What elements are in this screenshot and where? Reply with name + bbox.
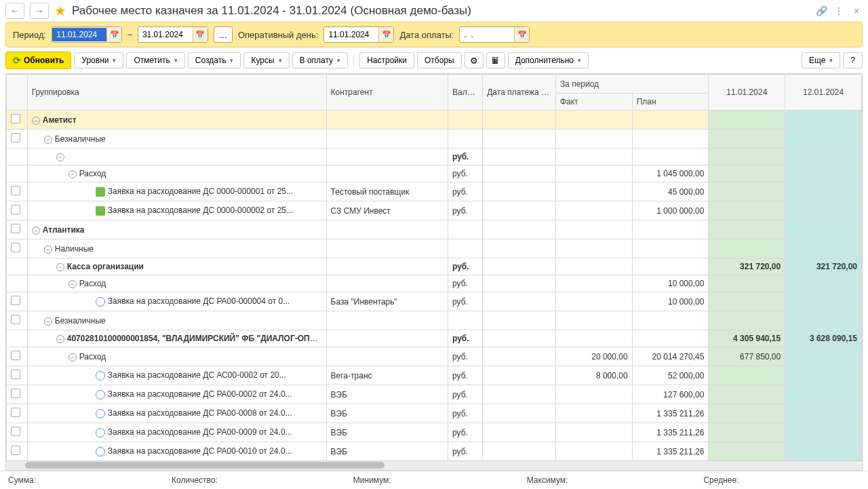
table-row[interactable]: Заявка на расходование ДС РА00-0010 от 2… [7, 442, 862, 461]
row-checkbox[interactable] [11, 370, 20, 379]
table-row[interactable]: −Атлантика [7, 220, 862, 239]
calendar-icon[interactable]: 📅 [514, 27, 529, 42]
table-row[interactable]: −Безналичные [7, 130, 862, 149]
horizontal-scrollbar[interactable] [5, 461, 863, 471]
still-button[interactable]: Еще [802, 52, 840, 69]
col-fact[interactable]: Факт [555, 94, 632, 111]
table-row[interactable]: −Наличные [7, 239, 862, 258]
tree-toggle-icon[interactable]: − [56, 153, 64, 161]
favorite-icon[interactable]: ★ [54, 3, 66, 19]
row-checkbox[interactable] [11, 186, 20, 195]
cell-date1 [709, 165, 785, 182]
row-checkbox[interactable] [11, 133, 20, 142]
tree-toggle-icon[interactable]: − [32, 117, 40, 125]
cell-plan [632, 330, 709, 347]
col-checkbox[interactable] [7, 75, 28, 111]
tree-toggle-icon[interactable]: − [44, 136, 52, 144]
period-select-button[interactable]: ... [214, 26, 233, 43]
refresh-button[interactable]: ⟳Обновить [5, 52, 71, 69]
cell-agent: ВЭБ [326, 404, 448, 423]
row-checkbox[interactable] [11, 389, 20, 398]
cell-date2 [785, 239, 862, 258]
table-row[interactable]: Заявка на расходование ДС РА00-0008 от 2… [7, 404, 862, 423]
help-button[interactable]: ? [843, 52, 863, 69]
menu-icon[interactable]: ⋮ [833, 5, 845, 17]
cell-date1 [709, 311, 785, 330]
row-checkbox[interactable] [11, 224, 20, 233]
table-row[interactable]: Заявка на расходование ДС АС00-0002 от 2… [7, 366, 862, 385]
row-checkbox[interactable] [11, 243, 20, 252]
tree-toggle-icon[interactable]: − [56, 335, 64, 343]
link-icon[interactable]: 🔗 [815, 5, 827, 17]
rates-button[interactable]: Курсы [243, 52, 289, 69]
col-plan[interactable]: План [632, 94, 709, 111]
table-row[interactable]: Заявка на расходование ДС 0000-000002 от… [7, 201, 862, 220]
data-grid[interactable]: Группировка Контрагент Валюта Дата плате… [5, 73, 863, 461]
table-row[interactable]: −руб. [7, 149, 862, 165]
period-from-input[interactable] [52, 28, 106, 41]
tree-toggle-icon[interactable]: − [68, 170, 77, 178]
period-from-field[interactable]: 📅 [52, 26, 122, 43]
col-group[interactable]: Группировка [27, 75, 326, 111]
table-row[interactable]: −Расходруб.10 000,00 [7, 275, 862, 292]
settings-button[interactable]: Настройки [359, 52, 414, 69]
row-checkbox[interactable] [11, 408, 20, 417]
period-to-input[interactable] [138, 28, 193, 41]
operday-field[interactable]: 📅 [323, 26, 394, 43]
config-icon-button[interactable]: ⚙ [465, 52, 484, 69]
tree-toggle-icon[interactable]: − [44, 317, 52, 326]
table-row[interactable]: Заявка на расходование ДС 0000-000001 от… [7, 182, 862, 201]
table-row[interactable]: −Безналичные [7, 311, 862, 330]
cell-currency [448, 311, 482, 330]
row-checkbox[interactable] [11, 296, 20, 305]
tree-toggle-icon[interactable]: − [56, 263, 64, 271]
cell-currency: руб. [448, 423, 482, 442]
calc-icon-button[interactable]: 🖩 [486, 52, 505, 69]
table-row[interactable]: −Расходруб.1 045 000,00 [7, 165, 862, 182]
create-button[interactable]: Создать [188, 52, 241, 69]
calendar-icon[interactable]: 📅 [193, 27, 208, 42]
row-checkbox[interactable] [11, 427, 20, 436]
table-row[interactable]: Заявка на расходование ДС РА00-0002 от 2… [7, 385, 862, 404]
table-row[interactable]: −40702810100000001854, "ВЛАДИМИРСКИЙ" ФБ… [7, 330, 862, 347]
cell-date2 [785, 366, 862, 385]
operday-label: Оперативный день: [238, 30, 318, 40]
table-row[interactable]: −Аметист [7, 111, 862, 130]
col-d2[interactable]: 12.01.2024 [785, 75, 862, 111]
mark-button[interactable]: Отметить [126, 52, 184, 69]
tree-toggle-icon[interactable]: − [32, 227, 40, 235]
paydate-input[interactable] [460, 28, 514, 41]
cell-date1 [709, 385, 785, 404]
levels-button[interactable]: Уровни [74, 52, 123, 69]
row-label: Заявка на расходование ДС РА00-0002 от 2… [108, 389, 292, 399]
col-period[interactable]: За период [555, 75, 709, 94]
filters-button[interactable]: Отборы [417, 52, 462, 69]
row-checkbox[interactable] [11, 351, 20, 360]
table-row[interactable]: −Касса организациируб.321 720,00321 720,… [7, 258, 862, 275]
forward-button[interactable]: → [30, 3, 49, 19]
back-button[interactable]: ← [5, 3, 24, 19]
calendar-icon[interactable]: 📅 [106, 27, 121, 42]
tree-toggle-icon[interactable]: − [68, 353, 77, 361]
table-row[interactable]: −Расходруб.20 000,0020 014 270,45677 850… [7, 347, 862, 366]
col-agent[interactable]: Контрагент [326, 75, 448, 111]
paydate-field[interactable]: 📅 [459, 26, 530, 43]
more-button[interactable]: Дополнительно [508, 52, 589, 69]
row-checkbox[interactable] [11, 114, 20, 123]
row-checkbox[interactable] [11, 315, 20, 324]
operday-input[interactable] [324, 28, 378, 41]
row-checkbox[interactable] [11, 446, 20, 455]
period-to-field[interactable]: 📅 [138, 26, 208, 43]
tree-toggle-icon[interactable]: − [68, 280, 77, 288]
col-d1[interactable]: 11.01.2024 [709, 75, 785, 111]
tree-toggle-icon[interactable]: − [44, 246, 52, 254]
col-currency[interactable]: Валюта [448, 75, 482, 111]
col-duedate[interactable]: Дата платежа крайняя [483, 75, 556, 111]
table-row[interactable]: Заявка на расходование ДС РА00-000004 от… [7, 292, 862, 311]
calendar-icon[interactable]: 📅 [378, 27, 393, 42]
row-label: Заявка на расходование ДС АС00-0002 от 2… [108, 370, 286, 380]
table-row[interactable]: Заявка на расходование ДС РА00-0009 от 2… [7, 423, 862, 442]
row-checkbox[interactable] [11, 205, 20, 214]
to-pay-button[interactable]: В оплату [292, 52, 349, 69]
close-icon[interactable]: × [850, 5, 863, 17]
